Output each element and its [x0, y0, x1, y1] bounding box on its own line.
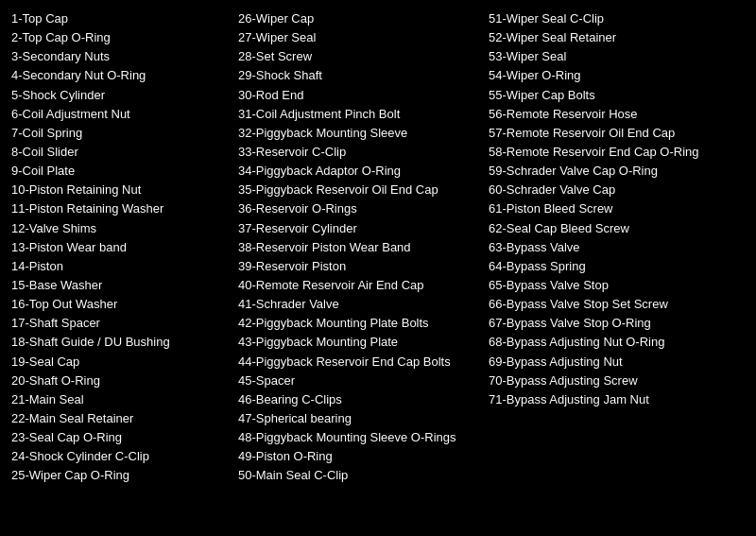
list-item: 71-Bypass Adjusting Jam Nut	[489, 390, 748, 409]
list-item: 54-Wiper O-Ring	[489, 66, 748, 85]
list-item: 69-Bypass Adjusting Nut	[489, 353, 748, 372]
list-item: 13-Piston Wear band	[11, 238, 229, 257]
list-item: 25-Wiper Cap O-Ring	[11, 466, 229, 485]
list-item: 61-Piston Bleed Screw	[489, 199, 748, 218]
list-item: 15-Base Washer	[11, 276, 229, 295]
list-item: 33-Reservoir C-Clip	[238, 143, 479, 162]
list-item: 32-Piggyback Mounting Sleeve	[238, 124, 479, 143]
list-item: 62-Seal Cap Bleed Screw	[489, 219, 748, 238]
list-item: 64-Bypass Spring	[489, 257, 748, 276]
list-item: 47-Spherical bearing	[238, 409, 479, 428]
list-item: 36-Reservoir O-Rings	[238, 199, 479, 218]
list-item: 67-Bypass Valve Stop O-Ring	[489, 314, 748, 333]
list-item: 19-Seal Cap	[11, 353, 229, 372]
list-item: 59-Schrader Valve Cap O-Ring	[489, 162, 748, 181]
list-item: 50-Main Seal C-Clip	[238, 466, 479, 485]
list-item: 14-Piston	[11, 257, 229, 276]
list-item: 48-Piggyback Mounting Sleeve O-Rings	[238, 428, 479, 447]
list-item: 56-Remote Reservoir Hose	[489, 105, 748, 124]
list-item: 18-Shaft Guide / DU Bushing	[11, 333, 229, 352]
list-item: 52-Wiper Seal Retainer	[489, 28, 748, 47]
list-item: 66-Bypass Valve Stop Set Screw	[489, 295, 748, 314]
list-item: 37-Reservoir Cylinder	[238, 219, 479, 238]
list-item: 63-Bypass Valve	[489, 238, 748, 257]
list-item: 39-Reservoir Piston	[238, 257, 479, 276]
list-item: 6-Coil Adjustment Nut	[11, 105, 229, 124]
list-item: 58-Remote Reservoir End Cap O-Ring	[489, 143, 748, 162]
list-item: 3-Secondary Nuts	[11, 47, 229, 66]
list-item: 21-Main Seal	[11, 390, 229, 409]
list-item: 2-Top Cap O-Ring	[11, 28, 229, 47]
list-item: 38-Reservoir Piston Wear Band	[238, 238, 479, 257]
list-item: 51-Wiper Seal C-Clip	[489, 9, 748, 28]
list-item: 68-Bypass Adjusting Nut O-Ring	[489, 333, 748, 352]
list-item: 10-Piston Retaining Nut	[11, 181, 229, 199]
list-item: 60-Schrader Valve Cap	[489, 181, 748, 199]
list-item: 27-Wiper Seal	[238, 28, 479, 47]
list-item: 53-Wiper Seal	[489, 47, 748, 66]
list-item: 29-Shock Shaft	[238, 66, 479, 85]
list-item: 5-Shock Cylinder	[11, 86, 229, 105]
list-item: 65-Bypass Valve Stop	[489, 276, 748, 295]
list-item: 46-Bearing C-Clips	[238, 390, 479, 409]
list-item: 28-Set Screw	[238, 47, 479, 66]
list-item: 7-Coil Spring	[11, 124, 229, 143]
list-item: 44-Piggyback Reservoir End Cap Bolts	[238, 353, 479, 372]
list-item: 34-Piggyback Adaptor O-Ring	[238, 162, 479, 181]
parts-list: 1-Top Cap2-Top Cap O-Ring3-Secondary Nut…	[11, 9, 745, 486]
list-item: 8-Coil Slider	[11, 143, 229, 162]
list-item: 41-Schrader Valve	[238, 295, 479, 314]
list-item: 17-Shaft Spacer	[11, 314, 229, 333]
list-item: 35-Piggyback Reservoir Oil End Cap	[238, 181, 479, 199]
list-item: 1-Top Cap	[11, 9, 229, 28]
list-item: 49-Piston O-Ring	[238, 447, 479, 466]
list-item: 12-Valve Shims	[11, 219, 229, 238]
list-item: 4-Secondary Nut O-Ring	[11, 66, 229, 85]
list-item: 26-Wiper Cap	[238, 9, 479, 28]
list-item: 40-Remote Reservoir Air End Cap	[238, 276, 479, 295]
list-item: 11-Piston Retaining Washer	[11, 199, 229, 218]
list-item: 57-Remote Reservoir Oil End Cap	[489, 124, 748, 143]
list-item: 43-Piggyback Mounting Plate	[238, 333, 479, 352]
list-item: 31-Coil Adjustment Pinch Bolt	[238, 105, 479, 124]
column-2: 26-Wiper Cap27-Wiper Seal28-Set Screw29-…	[238, 9, 489, 486]
list-item: 16-Top Out Washer	[11, 295, 229, 314]
list-item: 9-Coil Plate	[11, 162, 229, 181]
list-item: 30-Rod End	[238, 86, 479, 105]
list-item: 20-Shaft O-Ring	[11, 372, 229, 390]
list-item: 45-Spacer	[238, 372, 479, 390]
list-item: 24-Shock Cylinder C-Clip	[11, 447, 229, 466]
list-item: 70-Bypass Adjusting Screw	[489, 372, 748, 390]
list-item: 23-Seal Cap O-Ring	[11, 428, 229, 447]
column-3: 51-Wiper Seal C-Clip52-Wiper Seal Retain…	[489, 9, 756, 486]
list-item: 55-Wiper Cap Bolts	[489, 86, 748, 105]
list-item: 42-Piggyback Mounting Plate Bolts	[238, 314, 479, 333]
list-item: 22-Main Seal Retainer	[11, 409, 229, 428]
column-1: 1-Top Cap2-Top Cap O-Ring3-Secondary Nut…	[11, 9, 238, 486]
